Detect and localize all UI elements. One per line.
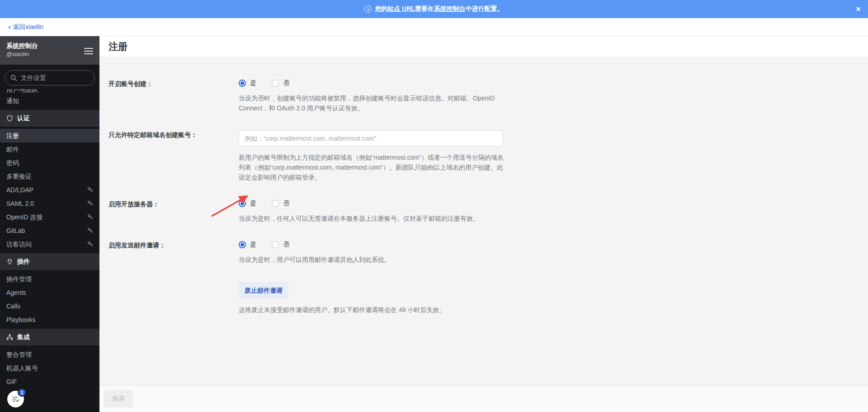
sidebar-item[interactable]: Calls [0, 299, 99, 313]
setting-row-invalidate-invites: 废止邮件邀请 这将废止未接受邮件邀请的用户。默认下邮件邀请将会在 48 小时后失… [108, 282, 868, 315]
sidebar-item[interactable]: 通知 [0, 94, 99, 108]
sidebar-section-header[interactable]: 集成 [0, 329, 99, 346]
avatar[interactable]: 1 [7, 391, 24, 407]
radio-icon[interactable] [239, 200, 246, 207]
page-title: 注册 [108, 40, 127, 53]
key-icon [87, 187, 93, 193]
banner-text-prefix: 您的 [375, 5, 387, 13]
help-text: 当设为是时，任何人可以无需邀请在本服务器上注册账号。仅对基于邮箱的注册有效。 [239, 213, 505, 223]
sidebar-search[interactable] [5, 70, 95, 85]
announcement-banner: i 您的站点 URL需要在系统控制台中进行配置。 × [0, 0, 868, 18]
radio-icon[interactable] [239, 241, 246, 248]
radio-icon[interactable] [272, 200, 279, 207]
sidebar-item-label: 邮件 [6, 142, 19, 156]
main-content: 注册 开启账号创建： 是 否 [99, 36, 868, 412]
setting-label: 启用发送邮件邀请： [108, 241, 239, 265]
sidebar-item-label: 密码 [6, 156, 19, 170]
setting-row-enable-account-creation: 开启账号创建： 是 否 当设为否时，创建账号的功能将被禁用，选择创建账号时会显示… [108, 79, 868, 113]
site-url-link[interactable]: 站点 URL [387, 5, 415, 13]
search-input[interactable] [21, 74, 84, 81]
radio-option-yes[interactable]: 是 [239, 199, 256, 208]
save-button[interactable]: 保存 [104, 390, 133, 407]
sidebar-item[interactable]: 邮件 [0, 142, 99, 156]
radio-label: 否 [283, 241, 289, 249]
sidebar-item[interactable]: OpenID 连接 [0, 210, 99, 224]
sidebar-item-label: 插件管理 [6, 272, 32, 286]
sidebar-item[interactable]: GIF [0, 375, 99, 388]
sidebar-section-header[interactable]: 插件 [0, 253, 99, 270]
radio-option-yes[interactable]: 是 [239, 241, 256, 249]
setting-label: 开启账号创建： [108, 79, 239, 113]
radio-option-yes[interactable]: 是 [239, 79, 256, 87]
radio-icon[interactable] [272, 241, 279, 248]
radio-label: 是 [250, 241, 256, 249]
setting-label: 启用开放服务器： [108, 199, 239, 223]
radio-option-no[interactable]: 否 [272, 79, 289, 87]
sidebar-item[interactable]: 访客访问 [0, 237, 99, 251]
sitemap-icon [6, 334, 13, 341]
invalidate-invites-button[interactable]: 废止邮件邀请 [239, 282, 288, 299]
sidebar-section-label: 认证 [17, 114, 30, 123]
help-text: 当设为否时，创建账号的功能将被禁用，选择创建账号时会显示错误信息。对邮箱、Ope… [239, 93, 505, 113]
sidebar-item[interactable]: 机器人账号 [0, 361, 99, 375]
sidebar-item-list: 通知认证注册邮件密码多重验证AD/LDAPSAML 2.0OpenID 连接Gi… [0, 94, 99, 388]
system-console-link[interactable]: 系统控制台 [434, 5, 466, 13]
sidebar-item-label: OpenID 连接 [6, 210, 42, 224]
key-icon [87, 241, 93, 247]
banner-text-middle: 需要在 [415, 5, 434, 13]
sidebar-title: 系统控制台 [6, 42, 38, 50]
sidebar-item[interactable]: GitLab [0, 224, 99, 237]
key-icon [87, 227, 93, 233]
help-text: 新用户的账号限制为上方指定的邮箱域名（例如“mattermost.com”）或者… [239, 152, 505, 182]
sidebar-item-clipped[interactable]: 用户与团队 [0, 89, 99, 94]
radio-icon[interactable] [239, 80, 246, 87]
sidebar-item-label: Agents [6, 286, 26, 299]
radio-label: 否 [283, 199, 289, 208]
sidebar-item[interactable]: 注册 [0, 129, 99, 142]
sidebar-item-label: 通知 [6, 94, 19, 108]
sidebar-item-label: Calls [6, 299, 20, 313]
sidebar-item[interactable]: SAML 2.0 [0, 197, 99, 210]
key-icon [87, 214, 93, 220]
sidebar-subtitle: @xiaolin [6, 50, 38, 58]
radio-group: 是 否 [239, 199, 510, 208]
radio-option-no[interactable]: 否 [272, 199, 289, 208]
setting-label-empty [108, 282, 239, 315]
system-console-sidebar: 系统控制台 @xiaolin 用户与团队 通知认证注册邮件密码多重验证AD/LD… [0, 36, 99, 412]
sidebar-item[interactable]: 整合管理 [0, 348, 99, 361]
close-icon[interactable]: × [856, 0, 861, 18]
radio-option-no[interactable]: 否 [272, 241, 289, 249]
back-to-team-link[interactable]: ‹ 返回xiaolin [8, 23, 43, 31]
back-bar: ‹ 返回xiaolin [0, 18, 868, 36]
sidebar-item-label: GitLab [6, 224, 25, 237]
radio-group: 是 否 [239, 241, 510, 249]
radio-label: 是 [250, 199, 256, 208]
sidebar-item[interactable]: Agents [0, 286, 99, 299]
sidebar-item[interactable]: 密码 [0, 156, 99, 170]
sidebar-item[interactable]: Playbooks [0, 313, 99, 327]
sidebar-section-header[interactable]: 认证 [0, 110, 99, 127]
sidebar-item-label: SAML 2.0 [6, 197, 34, 210]
sidebar-item-label: 注册 [6, 129, 19, 142]
sidebar-nav: 用户与团队 通知认证注册邮件密码多重验证AD/LDAPSAML 2.0OpenI… [0, 65, 99, 412]
sidebar-item-label: Playbooks [6, 313, 36, 327]
back-link-label: 返回xiaolin [13, 23, 43, 31]
sidebar-item-label: 多重验证 [6, 170, 32, 183]
sidebar-item[interactable]: AD/LDAP [0, 183, 99, 197]
radio-label: 是 [250, 79, 256, 87]
radio-icon[interactable] [272, 80, 279, 87]
help-text: 当设为是时，用户可以用用邮件邀请其他人到此系统。 [239, 255, 505, 265]
shield-icon [6, 115, 13, 122]
info-icon: i [364, 5, 372, 13]
domains-input[interactable] [239, 130, 503, 147]
sidebar-header: 系统控制台 @xiaolin [0, 36, 99, 65]
menu-icon[interactable] [84, 42, 93, 56]
sidebar-section-label: 插件 [17, 258, 30, 266]
sidebar-item[interactable]: 多重验证 [0, 170, 99, 183]
setting-row-enable-email-invitations: 启用发送邮件邀请： 是 否 当设为是时，用户可以用用邮件邀请其他人到此系统。 [108, 241, 868, 265]
sidebar-item-label: 整合管理 [6, 348, 32, 361]
help-text: 这将废止未接受邮件邀请的用户。默认下邮件邀请将会在 48 小时后失效。 [239, 305, 505, 315]
key-icon [87, 200, 93, 206]
sidebar-item-label: 机器人账号 [6, 361, 38, 375]
sidebar-item[interactable]: 插件管理 [0, 272, 99, 286]
